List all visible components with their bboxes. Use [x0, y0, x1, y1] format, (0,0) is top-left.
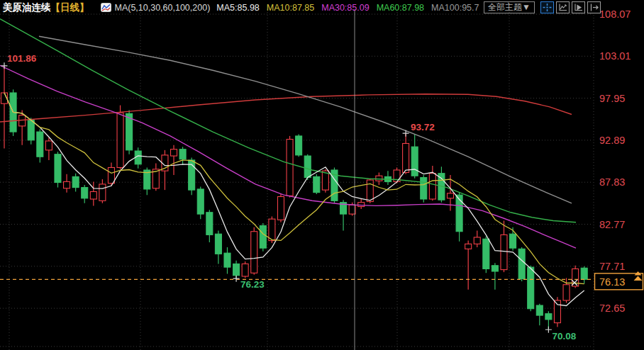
price-axis-label: 72.65 [599, 303, 625, 314]
candle-body [296, 136, 302, 155]
candle-body [510, 234, 516, 248]
chart-forward-icon[interactable] [572, 1, 585, 13]
candle-body [367, 180, 373, 201]
candle-body [64, 181, 70, 188]
price-axis-label: 103.01 [599, 50, 631, 62]
candle-body [581, 268, 587, 279]
candle-body [233, 264, 240, 275]
candle-body [474, 237, 480, 244]
swing-cross-marker [545, 327, 552, 333]
candle-body [251, 232, 257, 273]
price-axis-label: 87.83 [599, 176, 625, 188]
candle-body [358, 203, 365, 207]
candle-body [536, 305, 543, 315]
exit-right-icon[interactable] [587, 1, 601, 13]
swing-low-label: 70.08 [552, 331, 576, 341]
toolbar-icons-group [538, 1, 601, 13]
price-axis-label: 82.77 [599, 219, 625, 230]
candle-body [456, 195, 462, 232]
candle-body [215, 234, 221, 254]
candle-body [528, 267, 534, 309]
price-axis-label: 97.95 [599, 93, 625, 104]
candle-body [45, 141, 52, 150]
candle-body [206, 213, 213, 235]
candle-body [545, 314, 552, 320]
current-price-tag: 76.13 [599, 276, 625, 288]
candle-body [72, 176, 79, 187]
candle-body [403, 143, 409, 172]
ma-value-label: MA30:85.09 [321, 3, 369, 13]
candle-body [563, 285, 570, 300]
trading-chart-window: 101.8693.7276.2370.08108.07103.0197.9592… [0, 0, 644, 350]
candle-body [179, 149, 186, 159]
candle-body [82, 188, 88, 198]
chart-header: 美原油连续 【日线】 MA(5,10,30,60,100,200) MA5:85… [0, 0, 644, 15]
ma-settings-label[interactable]: MA(5,10,30,60,100,200) [115, 3, 211, 13]
candle-body [224, 253, 231, 267]
candle-body [269, 219, 275, 240]
candle-body [108, 167, 114, 183]
chart-scale-icon[interactable] [556, 1, 570, 13]
header-toolbar: 全部主题▼ [484, 1, 601, 13]
candle-body [554, 300, 560, 323]
ma-value-label: MA10:87.85 [267, 3, 314, 13]
candle-body [171, 149, 177, 156]
swing-high-label: 93.72 [411, 122, 435, 132]
candle-body [197, 189, 204, 214]
candle-body [376, 176, 382, 181]
theme-dropdown[interactable]: 全部主题▼ [484, 1, 535, 13]
candle-body [313, 176, 320, 192]
indicator-icon[interactable] [101, 3, 111, 12]
swing-low-label: 76.23 [240, 279, 265, 290]
candle-body [99, 184, 106, 201]
candle-body [28, 120, 34, 140]
period-label[interactable]: 【日线】 [51, 1, 89, 14]
candle-body [90, 191, 96, 199]
candle-body [518, 249, 525, 278]
ma10-line [4, 93, 584, 284]
symbol-title: 美原油连续 [3, 1, 51, 14]
candle-body [465, 244, 472, 249]
ma-value-label: MA100:95.7 [431, 3, 479, 13]
ma-value-label: MA5:85.98 [216, 3, 259, 13]
candle-body [421, 178, 427, 199]
swing-high-label: 101.86 [7, 53, 37, 64]
crosshair-move-icon[interactable] [540, 1, 554, 13]
candle-body [277, 196, 284, 220]
candle-body [492, 266, 498, 271]
candle-body [448, 193, 454, 198]
candle-body [260, 226, 266, 249]
candle-body [483, 239, 489, 269]
candle-body [55, 154, 61, 183]
candlestick-series [1, 66, 588, 329]
candle-body [304, 156, 311, 177]
candle-body [429, 174, 435, 199]
ma-values-group: MA5:85.98MA10:87.85MA30:85.09MA60:87.98M… [216, 3, 486, 13]
swing-cross-marker [233, 276, 240, 282]
price-axis-label: 92.89 [599, 135, 625, 146]
candle-body [37, 132, 43, 157]
price-axis-label: 77.71 [599, 261, 625, 272]
candle-body [117, 113, 123, 167]
candle-body [411, 147, 418, 176]
candle-body [242, 264, 248, 276]
ma-value-label: MA60:87.98 [377, 3, 424, 13]
chart-canvas[interactable]: 101.8693.7276.2370.08108.07103.0197.9592… [0, 0, 644, 350]
candle-body [287, 140, 293, 196]
candle-body [501, 235, 507, 269]
